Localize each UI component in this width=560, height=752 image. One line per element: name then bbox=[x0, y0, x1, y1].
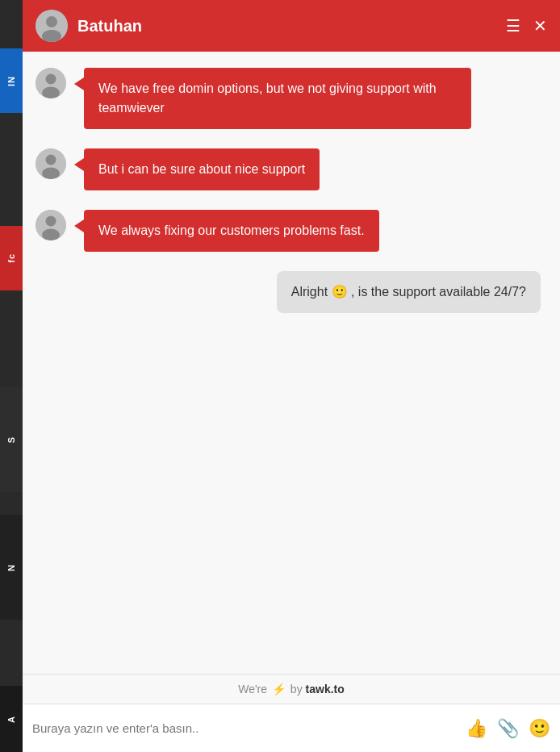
agent-avatar-1 bbox=[36, 68, 66, 98]
svg-point-4 bbox=[46, 74, 56, 85]
message-input[interactable] bbox=[32, 721, 458, 735]
messages-area: We have free domin options, but we not g… bbox=[23, 52, 560, 674]
bubble-arrow-1 bbox=[74, 77, 84, 90]
thumbs-up-icon[interactable]: 👍 bbox=[466, 718, 487, 739]
sidebar-label-a: A bbox=[6, 716, 16, 723]
header-actions: ☰ ✕ bbox=[506, 18, 547, 34]
sidebar-label-s: S bbox=[6, 437, 16, 443]
attachment-icon[interactable]: 📎 bbox=[497, 718, 519, 739]
agent-avatar-3 bbox=[36, 210, 66, 240]
lightning-icon: ⚡ bbox=[272, 683, 286, 696]
bubble-arrow-3 bbox=[74, 219, 84, 232]
powered-label: We're bbox=[238, 683, 267, 696]
menu-icon[interactable]: ☰ bbox=[506, 18, 520, 34]
brand-label[interactable]: tawk.to bbox=[306, 683, 345, 696]
input-icons: 👍 📎 🙂 bbox=[466, 718, 550, 739]
agent-avatar-header bbox=[36, 10, 68, 42]
emoji-icon[interactable]: 🙂 bbox=[529, 718, 550, 739]
svg-point-1 bbox=[46, 16, 57, 27]
agent-bubble-1: We have free domin options, but we not g… bbox=[84, 68, 471, 129]
sidebar-panel-fc[interactable]: fc bbox=[0, 226, 23, 290]
svg-point-11 bbox=[42, 229, 60, 241]
chat-footer: We're ⚡ by tawk.to 👍 📎 🙂 bbox=[23, 674, 560, 752]
agent-avatar-2 bbox=[36, 148, 66, 179]
agent-message-3: We always fixing our customers problems … bbox=[36, 210, 547, 252]
sidebar-panel-n[interactable]: N bbox=[0, 515, 23, 620]
chat-header: Batuhan ☰ ✕ bbox=[23, 0, 560, 52]
svg-point-5 bbox=[42, 87, 60, 99]
agent-bubble-2: But i can be sure about nice support bbox=[84, 148, 320, 190]
sidebar-panel-s[interactable]: S bbox=[0, 387, 23, 492]
svg-point-7 bbox=[46, 155, 56, 165]
agent-name: Batuhan bbox=[77, 17, 506, 36]
sidebar-label-in: IN bbox=[6, 76, 16, 86]
sidebar-label-fc: fc bbox=[6, 253, 16, 263]
sidebar-panel-a[interactable]: A bbox=[0, 686, 23, 752]
svg-point-10 bbox=[46, 216, 56, 227]
close-icon[interactable]: ✕ bbox=[533, 18, 547, 34]
user-bubble-1: Alright 🙂 , is the support available 24/… bbox=[277, 271, 541, 313]
user-message-1: Alright 🙂 , is the support available 24/… bbox=[36, 271, 547, 313]
bubble-arrow-2 bbox=[74, 158, 84, 171]
bubble-container-1: We have free domin options, but we not g… bbox=[74, 68, 471, 129]
svg-point-8 bbox=[42, 168, 60, 180]
powered-by-bar: We're ⚡ by tawk.to bbox=[23, 674, 560, 704]
agent-message-1: We have free domin options, but we not g… bbox=[36, 68, 547, 129]
agent-message-2: But i can be sure about nice support bbox=[36, 148, 547, 190]
input-area: 👍 📎 🙂 bbox=[23, 704, 560, 752]
bubble-container-2: But i can be sure about nice support bbox=[74, 148, 320, 190]
by-label: by bbox=[290, 683, 303, 696]
bubble-container-3: We always fixing our customers problems … bbox=[74, 210, 379, 252]
agent-bubble-3: We always fixing our customers problems … bbox=[84, 210, 379, 252]
left-sidebar: IN fc S N A bbox=[0, 0, 23, 752]
sidebar-label-n: N bbox=[6, 564, 16, 571]
sidebar-panel-in[interactable]: IN bbox=[0, 48, 23, 113]
chat-widget: Batuhan ☰ ✕ We have free domin options, … bbox=[23, 0, 560, 752]
